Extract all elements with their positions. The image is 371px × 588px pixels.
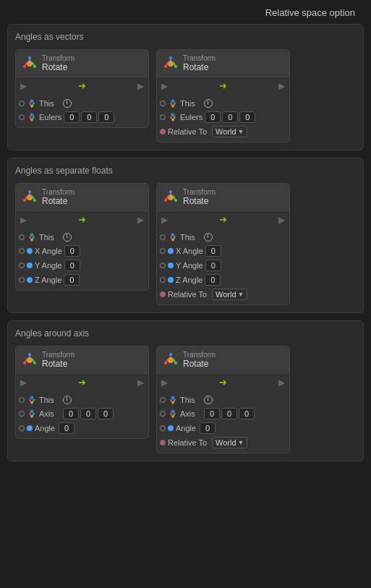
arrow-right-l1: ➜ [78, 80, 86, 91]
object-icon-r2 [168, 232, 178, 242]
value-xangle-l2[interactable]: 0 [64, 245, 80, 257]
field-angle-l3: Angle 0 [16, 421, 148, 435]
field-angle-r3: Angle 0 [157, 421, 289, 435]
svg-point-26 [171, 114, 175, 117]
dropdown-arrow-r1: ▼ [238, 128, 244, 135]
eulers-values-r1: 0 0 0 [205, 111, 255, 123]
node-title-r1: Transform Rotate [183, 54, 216, 72]
svg-point-30 [27, 195, 33, 200]
axis-values-r3: 0 0 0 [204, 408, 255, 419]
eulers-z-r1[interactable]: 0 [239, 111, 255, 123]
field-label-this-r3: This [180, 396, 202, 404]
dropdown-arrow-r2: ▼ [238, 291, 244, 298]
eulers-y-l1[interactable]: 0 [81, 111, 97, 123]
svg-point-47 [174, 199, 177, 202]
node-header-left-2: Transform Rotate [16, 184, 148, 211]
section-title-2: Angles as separate floats [15, 166, 356, 176]
node-name-l3: Rotate [42, 359, 74, 369]
node-left-2: Transform Rotate ▶ ➜ ▶ [15, 183, 149, 291]
node-left-3: Transform Rotate ▶ ➜ ▶ [15, 346, 149, 439]
arrow-right-r1: ➜ [219, 80, 227, 91]
value-yangle-r2[interactable]: 0 [205, 260, 221, 271]
field-this-r3: This [157, 393, 289, 406]
value-angle-r3[interactable]: 0 [200, 422, 216, 434]
eulers-x-r1[interactable]: 0 [205, 111, 221, 123]
svg-point-78 [171, 410, 175, 414]
field-label-this-l2: This [39, 233, 61, 242]
axis-x-l3[interactable]: 0 [63, 408, 79, 419]
clock-icon-l2[interactable] [63, 233, 72, 242]
axis-y-r3[interactable]: 0 [221, 408, 237, 419]
field-zangle-l2: Z Angle 0 [16, 273, 148, 287]
field-relativeto-r1: Relative To World ▼ [157, 124, 289, 139]
label-yangle-r2: Y Angle [176, 261, 203, 270]
dropdown-relativeto-r2[interactable]: World ▼ [212, 289, 247, 300]
flow-connector-r1: ▶ ➜ ▶ [157, 77, 289, 94]
object-icon-l2 [27, 232, 37, 242]
dropdown-relativeto-r3[interactable]: World ▼ [212, 437, 247, 448]
triangle-left-r1: ▶ [161, 81, 168, 91]
dot-zangle-l2 [27, 277, 33, 283]
axis-values-l3: 0 0 0 [63, 408, 114, 419]
axis-x-r3[interactable]: 0 [204, 408, 220, 419]
eulers-x-l1[interactable]: 0 [64, 111, 80, 123]
field-xangle-l2: X Angle 0 [16, 244, 148, 258]
field-label-eulers-l1: Eulers [39, 113, 61, 122]
svg-point-25 [171, 105, 174, 108]
value-yangle-l2[interactable]: 0 [64, 260, 80, 271]
transform-icon-r2 [163, 189, 179, 205]
svg-point-11 [30, 114, 34, 117]
dot-angle-l3 [27, 425, 33, 431]
clock-icon-r2[interactable] [204, 233, 213, 242]
field-xangle-r2: X Angle 0 [157, 244, 289, 258]
node-type-l3: Transform [42, 351, 74, 359]
field-label-this-r1: This [180, 99, 202, 108]
node-title-r2: Transform Rotate [183, 188, 216, 206]
node-title-l2: Transform Rotate [42, 188, 74, 206]
object-icon-l1 [27, 98, 37, 108]
svg-point-77 [171, 401, 174, 404]
svg-point-0 [27, 61, 33, 67]
clock-icon-r3[interactable] [204, 396, 213, 404]
flow-connector-l3: ▶ ➜ ▶ [16, 374, 148, 391]
dot-angle-r3 [168, 425, 174, 431]
arrow-right-l2: ➜ [78, 214, 86, 225]
axis-z-r3[interactable]: 0 [239, 408, 255, 419]
value-zangle-l2[interactable]: 0 [64, 274, 80, 286]
node-type-l2: Transform [42, 188, 74, 196]
eulers-z-l1[interactable]: 0 [98, 111, 114, 123]
socket-eulers-l1 [19, 114, 25, 120]
clock-icon-l3[interactable] [63, 396, 72, 404]
axis-z-l3[interactable]: 0 [98, 408, 114, 419]
socket-this-r1 [160, 101, 166, 106]
svg-point-66 [30, 415, 33, 418]
node-name-r1: Rotate [183, 62, 216, 72]
clock-icon-l1[interactable] [63, 99, 72, 108]
eulers-y-r1[interactable]: 0 [222, 111, 238, 123]
svg-point-41 [168, 195, 174, 200]
value-angle-l3[interactable]: 0 [59, 422, 74, 434]
svg-point-10 [30, 105, 33, 108]
triangle-left-r2: ▶ [161, 215, 168, 225]
value-xangle-r2[interactable]: 0 [205, 245, 221, 257]
transform-icon-l1 [22, 56, 38, 72]
clock-icon-r1[interactable] [204, 99, 213, 108]
label-yangle-l2: Y Angle [35, 261, 62, 270]
socket-relativeto-r2 [160, 291, 166, 297]
transform-icon-r3 [163, 352, 179, 368]
node-left-1: Transform Rotate ▶ ➜ ▶ [15, 49, 149, 128]
triangle-right-r2: ▶ [278, 215, 285, 225]
triangle-left-r3: ▶ [161, 378, 168, 388]
nodes-row-2: Transform Rotate ▶ ➜ ▶ [15, 183, 356, 305]
transform-icon-l3 [22, 352, 38, 368]
axis-y-l3[interactable]: 0 [80, 408, 96, 419]
label-angle-r3: Angle [176, 424, 197, 433]
node-type-r2: Transform [183, 188, 216, 196]
section-angles-as-separate-floats: Angles as separate floats Transform [7, 158, 364, 313]
node-fields-l1: This Eulers 0 [16, 94, 148, 127]
label-xangle-r2: X Angle [176, 247, 203, 255]
node-right-1: Transform Rotate ▶ ➜ ▶ [156, 49, 290, 142]
label-xangle-l2: X Angle [35, 247, 62, 255]
value-zangle-r2[interactable]: 0 [205, 274, 221, 286]
dropdown-relativeto-r1[interactable]: World ▼ [212, 126, 247, 137]
